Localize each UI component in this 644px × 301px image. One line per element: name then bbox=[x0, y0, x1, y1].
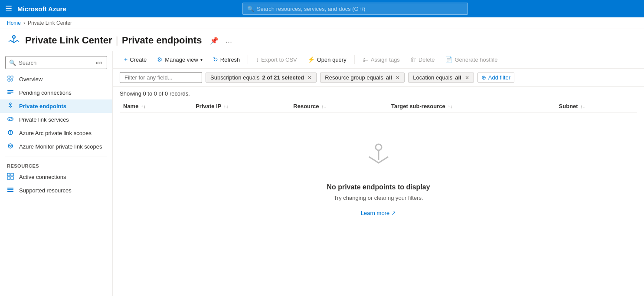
refresh-button[interactable]: ↻ Refresh bbox=[209, 54, 245, 65]
col-resource-label: Resource bbox=[293, 103, 319, 109]
manage-view-chevron: ▾ bbox=[200, 57, 203, 62]
subscription-filter-close[interactable]: ✕ bbox=[307, 75, 312, 81]
sidebar-search-icon: 🔍 bbox=[9, 60, 16, 66]
sidebar-item-label: Active connections bbox=[19, 174, 66, 180]
open-query-label: Open query bbox=[317, 56, 347, 63]
col-target-sort: ↑↓ bbox=[448, 104, 452, 109]
assign-tags-label: Assign tags bbox=[371, 56, 400, 63]
svg-rect-13 bbox=[11, 177, 13, 179]
main-layout: 🔍 «« Overview Pending connections bbox=[0, 51, 644, 296]
svg-rect-11 bbox=[11, 173, 13, 176]
toolbar-divider-2 bbox=[354, 55, 355, 64]
global-search[interactable]: 🔍 Search resources, services, and docs (… bbox=[242, 3, 468, 15]
breadcrumb: Home › Private Link Center bbox=[0, 17, 644, 29]
create-button[interactable]: + Create bbox=[120, 54, 151, 65]
sidebar-item-pending-connections[interactable]: Pending connections bbox=[0, 86, 112, 99]
location-value: all bbox=[455, 74, 461, 81]
link-icon bbox=[7, 116, 15, 124]
sidebar-item-label: Azure Monitor private link scopes bbox=[19, 143, 102, 150]
table-header-row: Name ↑↓ Private IP ↑↓ Resource ↑↓ Targ bbox=[120, 100, 637, 112]
filter-bar: Subscription equals 2 of 21 selected ✕ R… bbox=[113, 69, 644, 87]
generate-hostfile-button[interactable]: 📄 Generate hostfile bbox=[441, 54, 502, 65]
empty-subtitle: Try changing or clearing your filters. bbox=[333, 195, 423, 201]
empty-title: No private endpoints to display bbox=[327, 183, 430, 191]
sidebar-item-private-endpoints[interactable]: Private endpoints bbox=[0, 99, 112, 113]
col-target-label: Target sub-resource bbox=[391, 103, 445, 109]
pending-icon bbox=[7, 89, 15, 97]
generate-hostfile-label: Generate hostfile bbox=[454, 56, 497, 63]
manage-view-icon: ⚙ bbox=[157, 56, 163, 63]
sidebar: 🔍 «« Overview Pending connections bbox=[0, 51, 113, 296]
sidebar-search-input[interactable] bbox=[19, 60, 92, 66]
col-private-ip-label: Private IP bbox=[196, 103, 221, 109]
data-table: Name ↑↓ Private IP ↑↓ Resource ↑↓ Targ bbox=[120, 100, 637, 112]
empty-state: No private endpoints to display Try chan… bbox=[120, 112, 637, 234]
col-target-sub-resource[interactable]: Target sub-resource ↑↓ bbox=[388, 100, 556, 112]
content-area: + Create ⚙ Manage view ▾ ↻ Refresh ↓ Exp… bbox=[113, 51, 644, 296]
resource-group-filter-close[interactable]: ✕ bbox=[396, 75, 400, 81]
sidebar-item-active-connections[interactable]: Active connections bbox=[0, 170, 112, 184]
overview-icon bbox=[7, 75, 15, 83]
breadcrumb-home[interactable]: Home bbox=[7, 20, 21, 26]
page-title: Private Link Center | Private endpoints bbox=[25, 35, 202, 46]
sidebar-item-supported-resources[interactable]: Supported resources bbox=[0, 184, 112, 197]
col-name-sort: ↑↓ bbox=[141, 104, 146, 109]
sidebar-item-azure-monitor-scopes[interactable]: Azure Monitor private link scopes bbox=[0, 140, 112, 153]
more-button[interactable]: … bbox=[224, 36, 234, 45]
sidebar-resources-section: Resources bbox=[0, 159, 112, 170]
refresh-label: Refresh bbox=[220, 56, 240, 63]
svg-rect-3 bbox=[7, 92, 13, 93]
location-label: Location equals bbox=[413, 74, 452, 81]
app-title: Microsoft Azure bbox=[17, 5, 66, 13]
top-bar: ☰ Microsoft Azure 🔍 Search resources, se… bbox=[0, 0, 644, 17]
pin-button[interactable]: 📌 bbox=[208, 36, 220, 46]
resource-group-label: Resource group equals bbox=[325, 74, 383, 81]
add-filter-button[interactable]: ⊕ Add filter bbox=[477, 73, 514, 83]
col-name[interactable]: Name ↑↓ bbox=[120, 100, 192, 112]
col-private-ip[interactable]: Private IP ↑↓ bbox=[192, 100, 290, 112]
col-private-ip-sort: ↑↓ bbox=[224, 104, 229, 109]
grid-icon bbox=[7, 173, 15, 181]
create-label: Create bbox=[130, 56, 147, 63]
toolbar: + Create ⚙ Manage view ▾ ↻ Refresh ↓ Exp… bbox=[113, 51, 644, 69]
sidebar-item-azure-arc-scopes[interactable]: Azure Arc private link scopes bbox=[0, 126, 112, 140]
svg-rect-10 bbox=[7, 173, 10, 176]
location-filter-close[interactable]: ✕ bbox=[465, 75, 469, 81]
manage-view-button[interactable]: ⚙ Manage view ▾ bbox=[153, 54, 207, 65]
col-subnet-sort: ↑↓ bbox=[580, 104, 585, 109]
page-header-icons: 📌 … bbox=[208, 36, 234, 46]
learn-more-link[interactable]: Learn more ↗ bbox=[361, 210, 396, 216]
endpoints-icon bbox=[7, 102, 15, 110]
delete-button[interactable]: 🗑 Delete bbox=[406, 54, 439, 65]
col-resource[interactable]: Resource ↑↓ bbox=[290, 100, 388, 112]
assign-tags-button[interactable]: 🏷 Assign tags bbox=[358, 54, 404, 65]
export-csv-button[interactable]: ↓ Export to CSV bbox=[252, 54, 301, 65]
delete-icon: 🗑 bbox=[410, 56, 416, 63]
toolbar-divider-1 bbox=[248, 55, 248, 64]
svg-rect-16 bbox=[7, 191, 13, 192]
page-header: Private Link Center | Private endpoints … bbox=[0, 29, 644, 51]
open-query-button[interactable]: ⚡ Open query bbox=[303, 54, 351, 65]
empty-icon bbox=[361, 139, 396, 175]
menu-icon[interactable]: ☰ bbox=[5, 4, 12, 13]
sidebar-search-box[interactable]: 🔍 «« bbox=[5, 56, 107, 69]
assign-tags-icon: 🏷 bbox=[363, 56, 369, 63]
add-filter-icon: ⊕ bbox=[481, 74, 486, 81]
col-subnet[interactable]: Subnet ↑↓ bbox=[556, 100, 637, 112]
svg-rect-12 bbox=[7, 177, 10, 179]
learn-more-icon: ↗ bbox=[391, 210, 396, 216]
svg-rect-15 bbox=[7, 189, 13, 190]
sidebar-item-label: Pending connections bbox=[19, 89, 72, 96]
page-title-main: Private Link Center bbox=[25, 35, 112, 46]
delete-label: Delete bbox=[418, 56, 435, 63]
subscription-filter-label: Subscription equals bbox=[210, 74, 259, 81]
sidebar-item-label: Private link services bbox=[19, 116, 69, 123]
sidebar-item-private-link-services[interactable]: Private link services bbox=[0, 113, 112, 126]
col-resource-sort: ↑↓ bbox=[321, 104, 326, 109]
global-search-placeholder: Search resources, services, and docs (G+… bbox=[257, 6, 365, 12]
subscription-filter-value: 2 of 21 selected bbox=[262, 74, 304, 81]
sidebar-collapse-button[interactable]: «« bbox=[95, 58, 103, 67]
sidebar-item-overview[interactable]: Overview bbox=[0, 73, 112, 86]
resource-group-value: all bbox=[386, 74, 392, 81]
filter-input[interactable] bbox=[120, 72, 202, 83]
